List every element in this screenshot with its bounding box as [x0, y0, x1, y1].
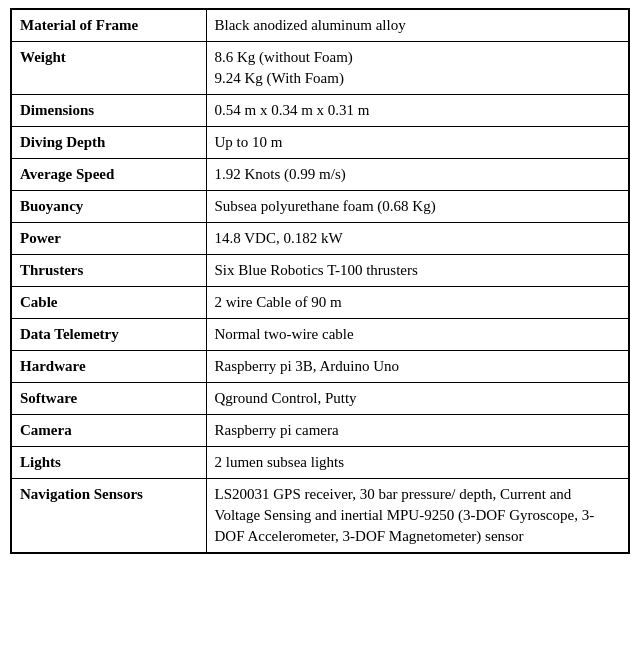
- table-row: CameraRaspberry pi camera: [11, 415, 629, 447]
- row-value: Qground Control, Putty: [206, 383, 629, 415]
- row-value: LS20031 GPS receiver, 30 bar pressure/ d…: [206, 479, 629, 554]
- row-value: Raspberry pi camera: [206, 415, 629, 447]
- row-value: 8.6 Kg (without Foam)9.24 Kg (With Foam): [206, 42, 629, 95]
- table-row: SoftwareQground Control, Putty: [11, 383, 629, 415]
- row-label: Camera: [11, 415, 206, 447]
- table-row: Lights2 lumen subsea lights: [11, 447, 629, 479]
- table-row: Cable2 wire Cable of 90 m: [11, 287, 629, 319]
- row-value: Subsea polyurethane foam (0.68 Kg): [206, 191, 629, 223]
- table-row: Power14.8 VDC, 0.182 kW: [11, 223, 629, 255]
- row-value: 2 wire Cable of 90 m: [206, 287, 629, 319]
- table-row: Dimensions0.54 m x 0.34 m x 0.31 m: [11, 95, 629, 127]
- table-row: BuoyancySubsea polyurethane foam (0.68 K…: [11, 191, 629, 223]
- table-row: Weight8.6 Kg (without Foam)9.24 Kg (With…: [11, 42, 629, 95]
- row-label: Dimensions: [11, 95, 206, 127]
- row-label: Weight: [11, 42, 206, 95]
- row-label: Data Telemetry: [11, 319, 206, 351]
- row-label: Material of Frame: [11, 9, 206, 42]
- table-row: ThrustersSix Blue Robotics T-100 thruste…: [11, 255, 629, 287]
- table-row: Navigation SensorsLS20031 GPS receiver, …: [11, 479, 629, 554]
- row-value: 14.8 VDC, 0.182 kW: [206, 223, 629, 255]
- row-value: Black anodized aluminum alloy: [206, 9, 629, 42]
- row-value: 1.92 Knots (0.99 m/s): [206, 159, 629, 191]
- row-value: Normal two-wire cable: [206, 319, 629, 351]
- table-row: Material of FrameBlack anodized aluminum…: [11, 9, 629, 42]
- row-label: Average Speed: [11, 159, 206, 191]
- table-row: Data TelemetryNormal two-wire cable: [11, 319, 629, 351]
- table-row: Diving DepthUp to 10 m: [11, 127, 629, 159]
- row-value: Raspberry pi 3B, Arduino Uno: [206, 351, 629, 383]
- row-value: Up to 10 m: [206, 127, 629, 159]
- row-label: Lights: [11, 447, 206, 479]
- row-label: Cable: [11, 287, 206, 319]
- row-label: Power: [11, 223, 206, 255]
- row-label: Thrusters: [11, 255, 206, 287]
- row-label: Software: [11, 383, 206, 415]
- specs-table: Material of FrameBlack anodized aluminum…: [10, 8, 630, 554]
- row-label: Hardware: [11, 351, 206, 383]
- table-row: HardwareRaspberry pi 3B, Arduino Uno: [11, 351, 629, 383]
- row-label: Navigation Sensors: [11, 479, 206, 554]
- row-label: Diving Depth: [11, 127, 206, 159]
- row-value: Six Blue Robotics T-100 thrusters: [206, 255, 629, 287]
- table-row: Average Speed1.92 Knots (0.99 m/s): [11, 159, 629, 191]
- row-label: Buoyancy: [11, 191, 206, 223]
- row-value: 0.54 m x 0.34 m x 0.31 m: [206, 95, 629, 127]
- row-value: 2 lumen subsea lights: [206, 447, 629, 479]
